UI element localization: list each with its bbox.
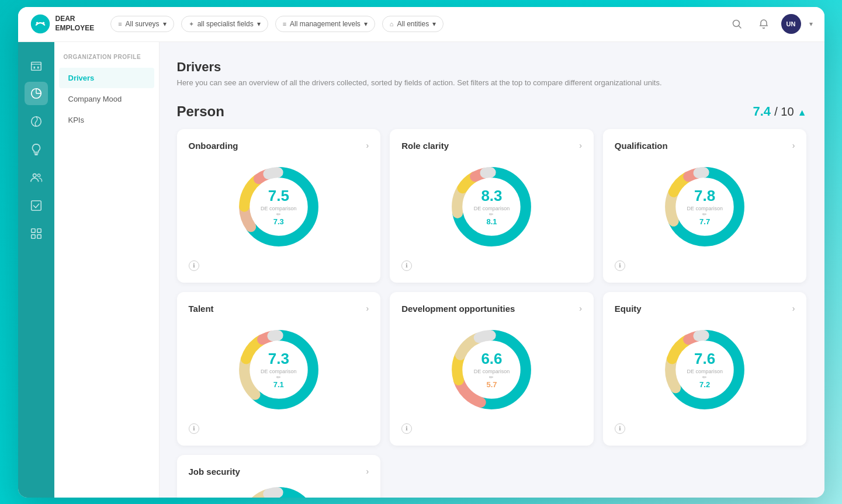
svg-rect-18 bbox=[31, 234, 34, 238]
card-arrow[interactable]: › bbox=[792, 141, 795, 150]
card-footer: ℹ bbox=[189, 423, 369, 434]
card-title: Onboarding bbox=[189, 141, 238, 151]
info-icon[interactable]: ℹ bbox=[615, 260, 625, 271]
driver-card: Equity › 7.6 DE comparison ✏ 7.2 bbox=[603, 292, 807, 446]
card-arrow[interactable]: › bbox=[366, 467, 369, 476]
card-footer: ℹ bbox=[615, 260, 795, 271]
specialist-icon: ✦ bbox=[189, 20, 194, 28]
nav-sidebar: ORGANIZATION PROFILE Drivers Company Moo… bbox=[54, 42, 160, 498]
info-icon[interactable]: ℹ bbox=[401, 260, 412, 271]
search-icon[interactable] bbox=[727, 15, 746, 33]
donut-value: 8.3 bbox=[471, 187, 512, 203]
donut-comparison-value: 7.2 bbox=[684, 380, 725, 388]
person-section-header: Person 7.4 / 10 ▲ bbox=[177, 103, 807, 120]
main-layout: ORGANIZATION PROFILE Drivers Company Moo… bbox=[18, 42, 824, 498]
logo-text: DEAR EMPLOYEE bbox=[56, 15, 95, 33]
card-title: Role clarity bbox=[401, 141, 449, 151]
user-chevron-icon[interactable]: ▾ bbox=[809, 20, 813, 28]
donut-comparison-value: 5.7 bbox=[471, 380, 512, 388]
svg-point-0 bbox=[30, 15, 49, 33]
card-footer: ℹ bbox=[615, 423, 795, 434]
donut-center: 7.3 DE comparison ✏ 7.1 bbox=[258, 350, 299, 388]
donut-comparison-label: DE comparison ✏ bbox=[684, 368, 725, 380]
svg-rect-19 bbox=[37, 234, 40, 238]
surveys-filter[interactable]: ≡ All surveys ▾ bbox=[110, 16, 174, 32]
sidebar-chart-icon[interactable] bbox=[25, 82, 48, 105]
svg-rect-15 bbox=[31, 200, 41, 210]
bell-icon[interactable] bbox=[754, 15, 773, 33]
chart-container: 8.3 DE comparison ✏ 8.1 bbox=[401, 160, 582, 253]
card-header: Talent › bbox=[189, 304, 369, 314]
donut-comparison-label: DE comparison ✏ bbox=[471, 205, 512, 217]
info-icon[interactable]: ℹ bbox=[189, 423, 199, 434]
card-header: Development opportunities › bbox=[401, 304, 582, 314]
info-icon[interactable]: ℹ bbox=[615, 423, 625, 434]
card-arrow[interactable]: › bbox=[792, 304, 795, 313]
sidebar-item-drivers[interactable]: Drivers bbox=[59, 68, 154, 88]
card-arrow[interactable]: › bbox=[366, 141, 369, 150]
sidebar-bulb-icon[interactable] bbox=[25, 138, 48, 161]
chevron-down-icon: ▾ bbox=[163, 20, 167, 28]
svg-point-1 bbox=[36, 22, 38, 24]
sidebar-item-company-mood[interactable]: Company Mood bbox=[59, 89, 154, 109]
driver-card: Talent › 7.3 DE comparison ✏ 7.1 bbox=[177, 292, 381, 446]
card-header: Qualification › bbox=[615, 141, 795, 151]
entities-filter[interactable]: ⌂ All entities ▾ bbox=[382, 16, 443, 32]
main-content: Drivers Here you can see an overview of … bbox=[160, 42, 824, 498]
donut-chart: 7.6 DE comparison ✏ 7.2 bbox=[664, 329, 746, 411]
cards-grid: Onboarding › 7.5 DE comparison ✏ 7.3 bbox=[177, 129, 807, 446]
card-title: Qualification bbox=[615, 141, 668, 151]
donut-comparison-label: DE comparison ✏ bbox=[684, 205, 725, 217]
card-arrow[interactable]: › bbox=[579, 141, 582, 150]
driver-card: Role clarity › 8.3 DE comparison ✏ 8.1 bbox=[390, 129, 594, 283]
topbar: DEAR EMPLOYEE ≡ All surveys ▾ ✦ all spec… bbox=[18, 7, 824, 42]
section-score: 7.4 / 10 ▲ bbox=[753, 104, 806, 119]
topbar-right: UN ▾ bbox=[727, 14, 813, 34]
donut-center: 7.8 DE comparison ✏ 7.7 bbox=[684, 187, 725, 225]
specialist-filter[interactable]: ✦ all specialist fields ▾ bbox=[181, 16, 268, 32]
chart-container: 7.6 DE comparison ✏ 7.2 bbox=[615, 323, 795, 416]
driver-card: Qualification › 7.8 DE comparison ✏ 7.7 bbox=[603, 129, 807, 283]
donut-comparison-value: 7.3 bbox=[258, 217, 299, 225]
svg-point-3 bbox=[733, 20, 739, 27]
card-arrow[interactable]: › bbox=[366, 304, 369, 313]
card-arrow[interactable]: › bbox=[579, 304, 582, 313]
user-avatar[interactable]: UN bbox=[781, 14, 801, 34]
chevron-down-icon: ▾ bbox=[257, 20, 261, 28]
sidebar-moon-icon[interactable] bbox=[25, 110, 48, 133]
section-title: Person bbox=[177, 103, 224, 120]
card-title: Development opportunities bbox=[401, 304, 515, 314]
svg-rect-5 bbox=[31, 62, 41, 70]
management-icon: ≡ bbox=[283, 20, 286, 27]
donut-center: 8.3 DE comparison ✏ 8.1 bbox=[471, 187, 512, 225]
donut-comparison-label: DE comparison ✏ bbox=[258, 205, 299, 217]
donut-center: 6.6 DE comparison ✏ 5.7 bbox=[471, 350, 512, 388]
chart-container: 7.5 DE comparison ✏ 7.3 bbox=[189, 160, 369, 253]
info-icon[interactable]: ℹ bbox=[189, 260, 199, 271]
card-title: Equity bbox=[615, 304, 642, 314]
card-header: Equity › bbox=[615, 304, 795, 314]
donut-chart: 8.3 DE comparison ✏ 8.1 bbox=[451, 166, 532, 248]
filter-icon: ≡ bbox=[118, 20, 122, 27]
logo: DEAR EMPLOYEE bbox=[30, 13, 95, 34]
page-description: Here you can see an overview of all the … bbox=[177, 78, 807, 87]
sidebar-building-icon[interactable] bbox=[25, 54, 48, 77]
card-header: Onboarding › bbox=[189, 141, 369, 151]
chevron-down-icon: ▾ bbox=[432, 20, 436, 28]
nav-section-title: ORGANIZATION PROFILE bbox=[54, 54, 159, 67]
card-footer: ℹ bbox=[189, 260, 369, 271]
sidebar-item-kpis[interactable]: KPIs bbox=[59, 110, 154, 130]
info-icon[interactable]: ℹ bbox=[401, 423, 412, 434]
sidebar-check-icon[interactable] bbox=[25, 194, 48, 217]
sidebar-people-icon[interactable] bbox=[25, 166, 48, 189]
card-title: Talent bbox=[189, 304, 214, 314]
card-header: Role clarity › bbox=[401, 141, 582, 151]
sidebar-grid-icon[interactable] bbox=[25, 222, 48, 245]
management-filter[interactable]: ≡ All management levels ▾ bbox=[275, 16, 375, 32]
partial-cards-row: Job security › 6.7 bbox=[177, 455, 807, 498]
svg-rect-16 bbox=[31, 228, 34, 232]
card-title: Job security bbox=[189, 467, 240, 477]
donut-center: 7.6 DE comparison ✏ 7.2 bbox=[684, 350, 725, 388]
donut-value: 6.6 bbox=[471, 350, 512, 366]
donut-comparison-label: DE comparison ✏ bbox=[471, 368, 512, 380]
